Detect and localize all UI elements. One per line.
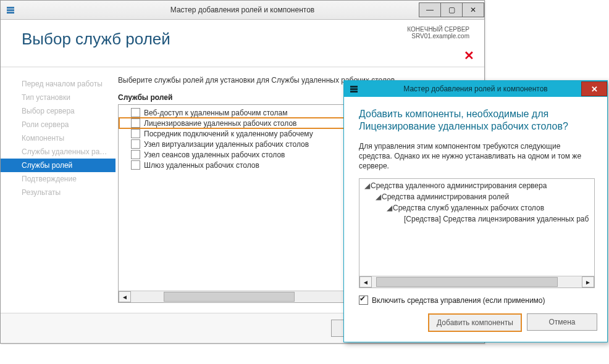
scroll-track[interactable] — [372, 276, 582, 287]
dest-name: SRV01.example.com — [407, 33, 469, 39]
include-tools-label: Включить средства управления (если приме… — [372, 296, 545, 305]
dialog-text: Для управления этим компонентом требуютс… — [359, 141, 595, 171]
dialog-close-button[interactable]: ✕ — [581, 81, 607, 96]
role-label: Узел сеансов удаленных рабочих столов — [144, 151, 285, 159]
wizard-nav: Перед началом работыТип установкиВыбор с… — [1, 67, 116, 313]
nav-step-6[interactable]: Службы ролей — [1, 159, 116, 172]
nav-step-8[interactable]: Результаты — [1, 186, 116, 199]
features-tree[interactable]: ◢Средства удаленного администрирования с… — [361, 180, 594, 275]
tree-toggle-icon[interactable]: ◢ — [363, 181, 371, 190]
tree-node[interactable]: Средства удаленного администрирования се… — [371, 181, 547, 190]
page-title: Выбор служб ролей — [22, 30, 469, 49]
nav-step-1[interactable]: Тип установки — [1, 91, 116, 104]
minimize-button[interactable]: — — [419, 2, 441, 17]
features-treebox: ◢Средства удаленного администрирования с… — [359, 178, 595, 288]
svg-rect-2 — [7, 12, 14, 14]
dialog-title: Мастер добавления ролей и компонентов — [344, 85, 607, 93]
include-tools-checkbox[interactable] — [359, 296, 368, 305]
scroll-thumb[interactable] — [164, 292, 295, 302]
scroll-left-icon[interactable]: ◄ — [119, 291, 131, 302]
include-tools-row[interactable]: Включить средства управления (если приме… — [359, 296, 595, 305]
svg-rect-3 — [350, 86, 358, 88]
tree-toggle-icon[interactable]: ◢ — [374, 192, 382, 201]
dialog-heading: Добавить компоненты, необходимые для Лиц… — [359, 108, 595, 133]
server-manager-icon — [349, 84, 359, 94]
dialog-titlebar: Мастер добавления ролей и компонентов ✕ — [344, 81, 607, 97]
maximize-button[interactable]: ▢ — [440, 2, 463, 17]
scroll-right-icon[interactable]: ► — [582, 276, 594, 287]
nav-step-3[interactable]: Роли сервера — [1, 118, 116, 131]
tree-node[interactable]: Средства служб удаленных рабочих столов — [393, 204, 544, 212]
role-checkbox[interactable] — [131, 129, 140, 138]
dialog-cancel-button[interactable]: Отмена — [527, 313, 597, 331]
tree-node[interactable]: Средства администрирования ролей — [382, 192, 509, 201]
server-manager-icon — [6, 5, 15, 15]
scroll-thumb[interactable] — [376, 277, 558, 287]
banner: Выбор служб ролей КОНЕЧНЫЙ СЕРВЕР SRV01.… — [1, 20, 484, 67]
role-checkbox[interactable] — [131, 139, 140, 149]
svg-rect-5 — [350, 91, 358, 93]
tree-hscrollbar[interactable]: ◄ ► — [359, 276, 594, 287]
tree-toggle-icon[interactable]: ◢ — [385, 204, 393, 212]
scroll-left-icon[interactable]: ◄ — [359, 276, 372, 287]
role-label: Веб-доступ к удаленным рабочим столам — [144, 109, 287, 117]
close-button[interactable]: ✕ — [462, 2, 484, 17]
dest-label: КОНЕЧНЫЙ СЕРВЕР — [407, 26, 469, 33]
clear-icon[interactable]: ✕ — [464, 48, 474, 63]
add-features-button[interactable]: Добавить компоненты — [428, 313, 522, 332]
nav-step-5[interactable]: Службы удаленных рабо... — [1, 145, 116, 159]
dialog-body: Добавить компоненты, необходимые для Лиц… — [344, 97, 607, 313]
role-checkbox[interactable] — [131, 160, 140, 170]
role-label: Посредник подключений к удаленному рабоч… — [144, 130, 313, 138]
nav-step-4[interactable]: Компоненты — [1, 131, 116, 145]
svg-rect-0 — [7, 7, 14, 9]
role-checkbox[interactable] — [131, 118, 140, 128]
role-checkbox[interactable] — [131, 150, 140, 159]
svg-rect-4 — [350, 88, 358, 90]
dialog-buttons: Добавить компоненты Отмена — [344, 313, 607, 342]
tree-leaf[interactable]: [Средства] Средства лицензирования удале… — [404, 215, 589, 223]
svg-rect-1 — [7, 9, 14, 11]
window-titlebar: Мастер добавления ролей и компонентов — … — [1, 1, 484, 20]
role-label: Лицензирование удаленных рабочих столов — [144, 119, 296, 128]
role-checkbox[interactable] — [131, 108, 140, 117]
add-features-dialog: Мастер добавления ролей и компонентов ✕ … — [343, 80, 608, 342]
destination-server: КОНЕЧНЫЙ СЕРВЕР SRV01.example.com — [407, 26, 469, 39]
nav-step-0[interactable]: Перед началом работы — [1, 77, 116, 91]
role-label: Узел виртуализации удаленных рабочих сто… — [144, 140, 309, 149]
window-buttons: — ▢ ✕ — [419, 2, 484, 17]
nav-step-7[interactable]: Подтверждение — [1, 172, 116, 186]
window-title: Мастер добавления ролей и компонентов — [1, 6, 484, 14]
role-label: Шлюз удаленных рабочих столов — [144, 161, 259, 170]
nav-step-2[interactable]: Выбор сервера — [1, 104, 116, 118]
